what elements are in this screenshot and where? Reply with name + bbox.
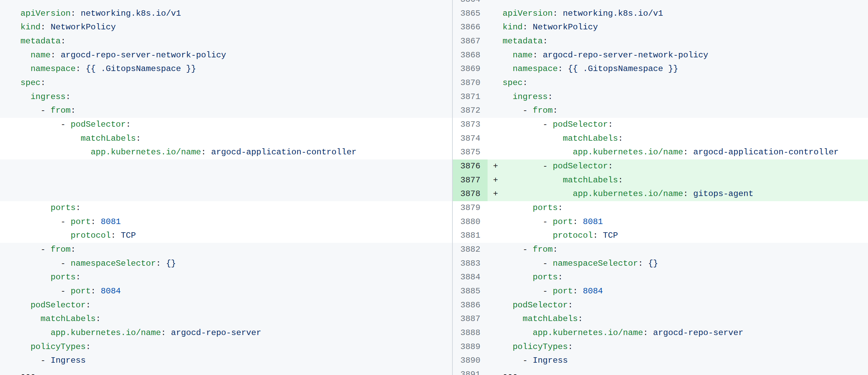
- right-line-number[interactable]: 3890: [453, 354, 488, 368]
- right-code-cell[interactable]: ingress:: [503, 90, 868, 104]
- left-code-cell[interactable]: matchLabels:: [0, 312, 452, 326]
- right-code-cell[interactable]: app.kubernetes.io/name: argocd-repo-serv…: [503, 326, 868, 340]
- right-code-cell[interactable]: podSelector:: [503, 298, 868, 312]
- right-code-cell[interactable]: metadata:: [503, 34, 868, 48]
- code-token-plain: :: [553, 245, 558, 254]
- right-code-cell[interactable]: matchLabels:: [503, 132, 868, 146]
- right-line-number[interactable]: 3873: [453, 118, 488, 132]
- right-code-cell[interactable]: - podSelector:: [503, 159, 868, 173]
- right-line-number[interactable]: 3882: [453, 243, 488, 257]
- right-code-cell[interactable]: - Ingress: [503, 354, 868, 368]
- right-line-number[interactable]: 3881: [453, 229, 488, 243]
- left-code-cell[interactable]: name: argocd-repo-server-network-policy: [0, 48, 452, 62]
- right-code-cell[interactable]: - port: 8081: [503, 215, 868, 229]
- right-code-cell[interactable]: name: argocd-repo-server-network-policy: [503, 48, 868, 62]
- left-code-cell[interactable]: policyTypes:: [0, 340, 452, 354]
- right-code-cell[interactable]: app.kubernetes.io/name: argocd-applicati…: [503, 145, 868, 159]
- right-code-cell[interactable]: apiVersion: networking.k8s.io/v1: [503, 7, 868, 21]
- marker-cell: [488, 229, 503, 243]
- right-code-cell[interactable]: matchLabels:: [503, 312, 868, 326]
- right-code-cell[interactable]: - namespaceSelector: {}: [503, 257, 868, 271]
- marker-cell: [488, 298, 503, 312]
- right-line-number[interactable]: 3876: [453, 159, 488, 173]
- right-line-number[interactable]: 3885: [453, 284, 488, 298]
- right-line-number[interactable]: 3891: [453, 368, 488, 375]
- code-token-plain: :: [533, 51, 542, 60]
- right-line-number[interactable]: 3871: [453, 90, 488, 104]
- left-code-cell[interactable]: - Ingress: [0, 354, 452, 368]
- left-code-cell[interactable]: kind: NetworkPolicy: [0, 20, 452, 34]
- right-code-cell[interactable]: - port: 8084: [503, 284, 868, 298]
- code-token-key: spec: [20, 78, 41, 87]
- right-line-number[interactable]: 3888: [453, 326, 488, 340]
- right-line-number[interactable]: 3865: [453, 7, 488, 21]
- right-line-number[interactable]: 3878: [453, 187, 488, 201]
- left-code-cell[interactable]: ---: [0, 0, 452, 7]
- marker-cell: [488, 368, 503, 375]
- left-code-cell[interactable]: ingress:: [0, 90, 452, 104]
- left-code-cell[interactable]: spec:: [0, 76, 452, 90]
- code-token-key: namespace: [512, 64, 558, 73]
- left-code-cell[interactable]: matchLabels:: [0, 132, 452, 146]
- right-code-cell[interactable]: policyTypes:: [503, 340, 868, 354]
- code-token-key: from: [50, 106, 71, 115]
- right-code-cell[interactable]: spec:: [503, 76, 868, 90]
- code-token-plain: :: [593, 231, 603, 240]
- right-line-number[interactable]: 3887: [453, 312, 488, 326]
- right-line-number[interactable]: 3884: [453, 270, 488, 284]
- right-code-cell[interactable]: - from:: [503, 243, 868, 257]
- code-token-plain: :: [548, 92, 553, 101]
- left-empty-placeholder-cell: [0, 173, 452, 188]
- code-token-plain: :: [71, 9, 81, 18]
- left-code-cell[interactable]: protocol: TCP: [0, 229, 452, 243]
- left-code-cell[interactable]: apiVersion: networking.k8s.io/v1: [0, 7, 452, 21]
- right-code-cell[interactable]: namespace: {{ .GitopsNamespace }}: [503, 62, 868, 76]
- right-line-number[interactable]: 3889: [453, 340, 488, 354]
- right-code-cell[interactable]: kind: NetworkPolicy: [503, 20, 868, 34]
- right-code-cell[interactable]: ports:: [503, 270, 868, 284]
- code-token-key: app.kubernetes.io/name: [573, 189, 683, 198]
- code-token-key: metadata: [503, 37, 543, 46]
- left-code-cell[interactable]: namespace: {{ .GitopsNamespace }}: [0, 62, 452, 76]
- left-code-cell[interactable]: metadata:: [0, 34, 452, 48]
- right-line-number[interactable]: 3870: [453, 76, 488, 90]
- right-line-number[interactable]: 3869: [453, 62, 488, 76]
- left-code-cell[interactable]: - namespaceSelector: {}: [0, 257, 452, 271]
- left-code-cell[interactable]: ---: [0, 368, 452, 375]
- left-code-cell[interactable]: app.kubernetes.io/name: argocd-repo-serv…: [0, 326, 452, 340]
- right-line-number[interactable]: 3864: [453, 0, 488, 7]
- right-line-number[interactable]: 3872: [453, 104, 488, 118]
- left-code-cell[interactable]: - port: 8084: [0, 284, 452, 298]
- right-line-number[interactable]: 3875: [453, 145, 488, 159]
- left-code-cell[interactable]: - from:: [0, 243, 452, 257]
- code-token-plain: :: [111, 231, 121, 240]
- right-line-number[interactable]: 3880: [453, 215, 488, 229]
- left-code-cell[interactable]: podSelector:: [0, 298, 452, 312]
- right-code-cell[interactable]: matchLabels:: [503, 173, 868, 188]
- right-code-cell[interactable]: ports:: [503, 201, 868, 215]
- left-code-cell[interactable]: - from:: [0, 104, 452, 118]
- left-code-cell[interactable]: ports:: [0, 270, 452, 284]
- right-code-cell[interactable]: app.kubernetes.io/name: gitops-agent: [503, 187, 868, 201]
- code-token-str: argocd-application-controller: [693, 148, 839, 157]
- right-code-cell[interactable]: - from:: [503, 104, 868, 118]
- right-line-number[interactable]: 3877: [453, 173, 488, 188]
- right-line-number[interactable]: 3883: [453, 257, 488, 271]
- right-line-number[interactable]: 3867: [453, 34, 488, 48]
- left-code-cell[interactable]: - podSelector:: [0, 118, 452, 132]
- right-code-cell[interactable]: protocol: TCP: [503, 229, 868, 243]
- left-code-cell[interactable]: app.kubernetes.io/name: argocd-applicati…: [0, 145, 452, 159]
- right-line-number[interactable]: 3868: [453, 48, 488, 62]
- diff-row: - from:3882 - from:: [0, 243, 868, 257]
- right-code-cell[interactable]: ---: [503, 0, 868, 7]
- right-code-cell[interactable]: ---: [503, 368, 868, 375]
- left-code-cell[interactable]: ports:: [0, 201, 452, 215]
- code-token-key: port: [553, 287, 573, 296]
- left-code-cell[interactable]: - port: 8081: [0, 215, 452, 229]
- right-code-cell[interactable]: - podSelector:: [503, 118, 868, 132]
- code-token-plain: -: [20, 120, 71, 129]
- right-line-number[interactable]: 3866: [453, 20, 488, 34]
- right-line-number[interactable]: 3886: [453, 298, 488, 312]
- right-line-number[interactable]: 3874: [453, 132, 488, 146]
- right-line-number[interactable]: 3879: [453, 201, 488, 215]
